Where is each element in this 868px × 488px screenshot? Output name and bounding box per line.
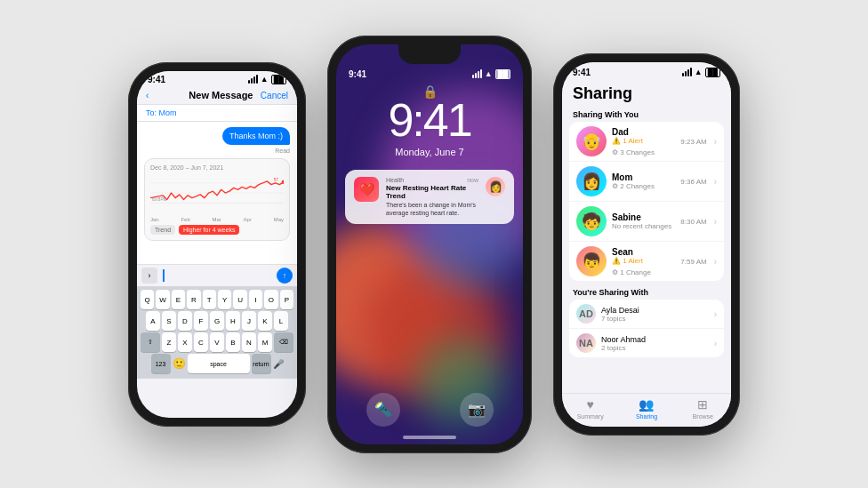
key-z[interactable]: Z bbox=[162, 332, 176, 352]
key-s[interactable]: S bbox=[162, 311, 176, 331]
key-h[interactable]: H bbox=[226, 311, 240, 331]
key-i[interactable]: I bbox=[249, 290, 262, 309]
message-input-toolbar: › ↑ bbox=[137, 264, 297, 286]
sean-info: Sean ⚠️ 1 Alert ⚙ 1 Change bbox=[612, 247, 675, 276]
sharing-page-title: Sharing bbox=[573, 84, 720, 103]
camera-button[interactable]: 📷 bbox=[460, 393, 494, 427]
sharing-item-noor[interactable]: NA Noor Ahmad 2 topics › bbox=[569, 329, 724, 357]
return-key[interactable]: return bbox=[252, 354, 271, 373]
health-card-date: Dec 8, 2020 – Jun 7, 2021 bbox=[150, 164, 284, 171]
lockscreen-screen: 9:41 ▲ ██ 🔒 9:41 bbox=[336, 44, 523, 444]
ayla-name: Ayla Desai bbox=[601, 306, 709, 315]
tab-bar: ♥ Summary 👥 Sharing ⊞ Browse bbox=[562, 393, 731, 427]
key-x[interactable]: X bbox=[178, 332, 192, 352]
keyboard-row-3: ⇧ Z X C V B N M ⌫ bbox=[141, 332, 293, 352]
lockscreen-content: 9:41 ▲ ██ 🔒 9:41 bbox=[336, 44, 523, 444]
sharing-item-ayla[interactable]: AD Ayla Desai 7 topics › bbox=[569, 300, 724, 329]
shift-key[interactable]: ⇧ bbox=[141, 332, 160, 352]
numbers-key[interactable]: 123 bbox=[151, 354, 171, 373]
key-f[interactable]: F bbox=[194, 311, 208, 331]
tab-browse[interactable]: ⊞ Browse bbox=[675, 397, 731, 420]
key-u[interactable]: U bbox=[233, 290, 246, 309]
status-icons-3: ▲ ██ bbox=[682, 68, 720, 78]
keyboard: Q W E R T Y U I O P A S D F G H bbox=[137, 286, 297, 379]
emoji-key[interactable]: 🙂 bbox=[173, 357, 186, 370]
sharing-with-you-section-title: Sharing With You bbox=[562, 107, 731, 122]
status-time-3: 9:41 bbox=[573, 68, 591, 77]
sean-time: 7:59 AM bbox=[680, 258, 706, 266]
dad-change: ⚙ 3 Changes bbox=[612, 148, 655, 156]
key-e[interactable]: E bbox=[172, 290, 185, 309]
sharing-tab-label: Sharing bbox=[636, 413, 657, 420]
keyboard-bottom-row: 123 🙂 space return 🎤 bbox=[141, 354, 293, 373]
space-key[interactable]: space bbox=[188, 354, 250, 373]
noor-info: Noor Ahmad 2 topics bbox=[601, 335, 709, 352]
notification-header: Health now bbox=[386, 177, 478, 183]
notch bbox=[398, 44, 461, 64]
sharing-item-mom[interactable]: 👩 Mom ⚙ 2 Changes 9:36 AM › bbox=[569, 162, 724, 202]
avatar-sean: 👦 bbox=[576, 246, 607, 276]
key-b[interactable]: B bbox=[226, 332, 240, 352]
key-a[interactable]: A bbox=[146, 311, 160, 331]
to-contact[interactable]: Mom bbox=[159, 108, 177, 117]
sean-alert: ⚠️ 1 Alert bbox=[612, 257, 643, 265]
tab-summary[interactable]: ♥ Summary bbox=[562, 397, 618, 420]
key-p[interactable]: P bbox=[280, 290, 293, 309]
phones-container: 9:41 ▲ ██ ‹ New Message Cancel bbox=[110, 18, 758, 471]
keyboard-row-2: A S D F G H J K L bbox=[141, 311, 293, 331]
cancel-button[interactable]: Cancel bbox=[261, 91, 288, 100]
lockscreen-bottom-controls: 🔦 📷 bbox=[336, 393, 523, 427]
sean-name: Sean bbox=[612, 247, 675, 257]
dad-chevron-icon: › bbox=[714, 137, 717, 147]
sharing-item-dad[interactable]: 👴 Dad ⚠️ 1 Alert ⚙ 3 Changes 9:23 AM › bbox=[569, 122, 724, 162]
home-bar bbox=[403, 436, 456, 439]
sharing-item-sean[interactable]: 👦 Sean ⚠️ 1 Alert ⚙ 1 Change 7:59 AM › bbox=[569, 242, 724, 281]
key-o[interactable]: O bbox=[264, 290, 277, 309]
key-d[interactable]: D bbox=[178, 311, 192, 331]
key-k[interactable]: K bbox=[258, 311, 272, 331]
sabine-change: No recent changes bbox=[612, 222, 671, 230]
send-button[interactable]: ↑ bbox=[277, 268, 293, 284]
trend-value: Higher for 4 weeks bbox=[179, 225, 239, 235]
key-w[interactable]: W bbox=[156, 290, 169, 309]
noor-name: Noor Ahmad bbox=[601, 335, 709, 344]
mic-key[interactable]: 🎤 bbox=[273, 359, 284, 369]
lockscreen-time: 9:41 bbox=[388, 97, 470, 143]
youre-sharing-section-title: You're Sharing With bbox=[562, 284, 731, 300]
key-c[interactable]: C bbox=[194, 332, 208, 352]
key-q[interactable]: Q bbox=[141, 290, 154, 309]
sharing-with-you-list: 👴 Dad ⚠️ 1 Alert ⚙ 3 Changes 9:23 AM › bbox=[569, 122, 724, 281]
svg-text:63 BPM: 63 BPM bbox=[152, 198, 167, 203]
key-v[interactable]: V bbox=[210, 332, 224, 352]
key-r[interactable]: R bbox=[187, 290, 200, 309]
to-bar: To: Mom bbox=[137, 105, 297, 122]
heart-icon: ❤️ bbox=[359, 182, 374, 196]
avatar-dad: 👴 bbox=[576, 126, 607, 156]
key-t[interactable]: T bbox=[203, 290, 216, 309]
key-m[interactable]: M bbox=[258, 332, 272, 352]
key-j[interactable]: J bbox=[242, 311, 256, 331]
mom-time: 9:36 AM bbox=[680, 178, 706, 186]
avatar-mom: 👩 bbox=[576, 166, 607, 196]
tab-sharing[interactable]: 👥 Sharing bbox=[618, 397, 674, 420]
key-l[interactable]: L bbox=[274, 311, 288, 331]
message-input[interactable] bbox=[163, 269, 273, 282]
expand-button[interactable]: › bbox=[141, 268, 157, 284]
key-g[interactable]: G bbox=[210, 311, 224, 331]
key-n[interactable]: N bbox=[242, 332, 256, 352]
ls-wifi-icon: ▲ bbox=[485, 69, 493, 78]
back-button-msg[interactable]: ‹ bbox=[146, 91, 181, 100]
dad-time: 9:23 AM bbox=[680, 138, 706, 146]
sharing-item-sabine[interactable]: 🧒 Sabine No recent changes 8:30 AM › bbox=[569, 202, 724, 242]
key-y[interactable]: Y bbox=[218, 290, 231, 309]
browse-tab-label: Browse bbox=[693, 413, 713, 420]
sabine-info: Sabine No recent changes bbox=[612, 212, 675, 230]
sharing-tab-icon: 👥 bbox=[639, 397, 654, 412]
signal-icon-3 bbox=[682, 68, 692, 76]
avatar-sabine: 🧒 bbox=[576, 206, 607, 236]
delete-key[interactable]: ⌫ bbox=[274, 332, 293, 352]
flashlight-button[interactable]: 🔦 bbox=[366, 393, 400, 427]
noor-chevron-icon: › bbox=[714, 339, 717, 348]
lockscreen-notification[interactable]: ❤️ Health now New Resting Heart Rate Tre… bbox=[345, 170, 514, 224]
ls-status-icons: ▲ ██ bbox=[472, 69, 510, 80]
